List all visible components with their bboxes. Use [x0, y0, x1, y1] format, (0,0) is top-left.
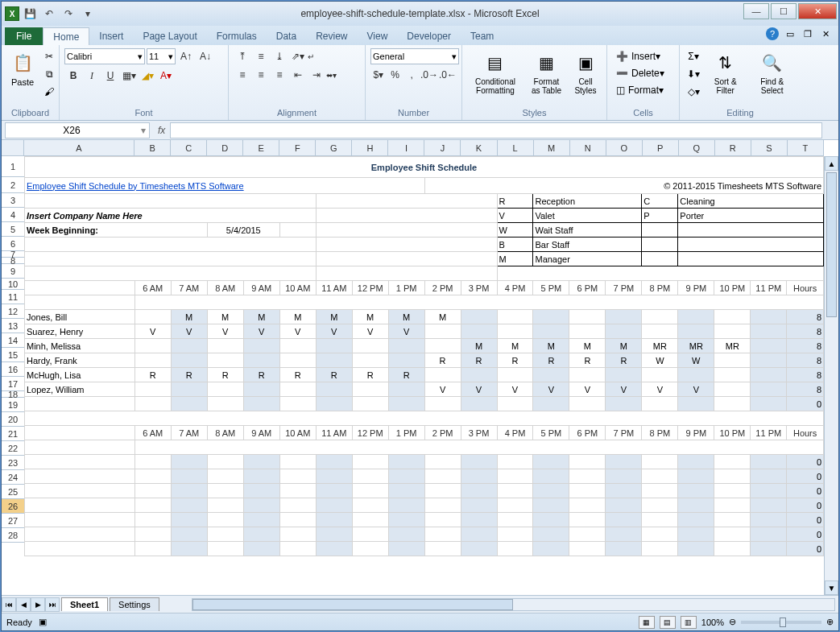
cell[interactable]: Hardy, Frank — [25, 353, 135, 368]
cell[interactable] — [461, 484, 497, 498]
cell[interactable] — [569, 513, 606, 527]
format-as-table-button[interactable]: ▦Format as Table — [525, 48, 568, 97]
macro-record-icon[interactable]: ▣ — [39, 617, 47, 627]
cell[interactable] — [714, 542, 751, 556]
increase-decimal-button[interactable]: .0→ — [420, 67, 438, 83]
cell[interactable] — [569, 310, 606, 324]
cell[interactable]: 1 PM — [388, 426, 424, 440]
cell[interactable]: M — [243, 310, 279, 324]
cell[interactable] — [461, 324, 497, 339]
cell[interactable] — [25, 527, 135, 542]
cell[interactable] — [424, 469, 461, 484]
cell[interactable] — [171, 513, 207, 527]
tab-home[interactable]: Home — [43, 27, 89, 45]
cell[interactable] — [714, 382, 751, 397]
cell[interactable] — [207, 382, 243, 397]
align-bottom-button[interactable]: ⤓ — [271, 48, 288, 64]
cell[interactable] — [497, 455, 533, 469]
cell[interactable]: Monday — [25, 281, 135, 295]
cell[interactable] — [316, 542, 352, 556]
col-header-T[interactable]: T — [788, 140, 824, 156]
cell[interactable] — [533, 397, 569, 411]
row-header-13[interactable]: 13 — [2, 319, 24, 333]
cell[interactable] — [606, 397, 642, 411]
number-format-select[interactable]: General▾ — [370, 48, 459, 64]
cell[interactable] — [714, 498, 751, 513]
cell[interactable]: V — [569, 382, 606, 397]
cell[interactable]: 8 — [787, 310, 824, 324]
cell[interactable]: M — [207, 310, 243, 324]
cell[interactable] — [533, 310, 569, 324]
cell[interactable] — [569, 498, 606, 513]
cell[interactable] — [642, 223, 678, 238]
cell[interactable] — [751, 469, 787, 484]
close-workbook-icon[interactable]: ✕ — [819, 27, 832, 40]
cell[interactable] — [461, 368, 497, 382]
cell[interactable] — [569, 368, 606, 382]
cell[interactable]: V — [243, 324, 279, 339]
align-left-button[interactable]: ≡ — [234, 67, 251, 83]
cell[interactable]: 8 PM — [642, 426, 678, 440]
cell[interactable]: 0 — [787, 498, 824, 513]
cell[interactable] — [388, 353, 424, 368]
cell[interactable] — [316, 397, 352, 411]
scroll-down-button[interactable]: ▼ — [825, 580, 838, 595]
font-color-button[interactable]: A▾ — [157, 68, 175, 84]
cell[interactable] — [751, 484, 787, 498]
cell[interactable] — [352, 353, 388, 368]
cell[interactable] — [171, 339, 207, 353]
cell[interactable]: M — [497, 252, 533, 266]
orientation-button[interactable]: ⇗▾ — [289, 48, 307, 64]
cell[interactable] — [134, 353, 171, 368]
cell[interactable]: 0 — [787, 484, 824, 498]
cell[interactable]: © 2011-2015 Timesheets MTS Software — [424, 178, 823, 194]
row-header-11[interactable]: 11 — [2, 290, 24, 304]
cell[interactable] — [316, 498, 352, 513]
cell[interactable]: R — [243, 368, 279, 382]
cell[interactable] — [497, 397, 533, 411]
cell[interactable] — [134, 440, 823, 455]
cell[interactable] — [642, 238, 678, 252]
cell[interactable]: W — [678, 353, 714, 368]
cell[interactable]: R — [279, 368, 316, 382]
cell[interactable] — [25, 411, 824, 426]
format-cells-button[interactable]: ◫ Format ▾ — [612, 82, 668, 98]
cell[interactable] — [751, 310, 787, 324]
cell[interactable] — [642, 527, 678, 542]
cell[interactable]: V — [678, 382, 714, 397]
cell[interactable] — [751, 324, 787, 339]
col-header-S[interactable]: S — [751, 140, 788, 156]
cell[interactable] — [25, 397, 135, 411]
cell[interactable] — [751, 368, 787, 382]
cell[interactable] — [642, 397, 678, 411]
cell[interactable] — [316, 339, 352, 353]
cell[interactable]: 12 PM — [352, 281, 388, 295]
row-header-18[interactable]: 18 — [2, 391, 24, 398]
cell[interactable] — [606, 484, 642, 498]
cell[interactable] — [171, 382, 207, 397]
cell[interactable] — [352, 484, 388, 498]
cell[interactable] — [171, 455, 207, 469]
cell[interactable]: 0 — [787, 527, 824, 542]
cell[interactable] — [388, 455, 424, 469]
cell[interactable] — [171, 469, 207, 484]
comma-button[interactable]: , — [403, 67, 420, 83]
cell[interactable] — [171, 527, 207, 542]
cell[interactable] — [25, 513, 135, 527]
cell[interactable]: 8 — [787, 339, 824, 353]
cell[interactable] — [606, 498, 642, 513]
cell[interactable]: 9 AM — [243, 281, 279, 295]
cell[interactable] — [461, 469, 497, 484]
name-box[interactable]: X26 ▾ — [5, 122, 150, 138]
cell[interactable]: 7 AM — [171, 281, 207, 295]
cell[interactable]: MR — [714, 339, 751, 353]
cell[interactable] — [714, 469, 751, 484]
cell[interactable] — [279, 513, 316, 527]
cell[interactable]: V — [134, 324, 171, 339]
cell[interactable] — [316, 527, 352, 542]
cell[interactable] — [751, 513, 787, 527]
cell[interactable]: 5/4/2015 — [207, 223, 279, 238]
cell[interactable] — [533, 527, 569, 542]
cell[interactable] — [533, 455, 569, 469]
cell[interactable] — [388, 339, 424, 353]
